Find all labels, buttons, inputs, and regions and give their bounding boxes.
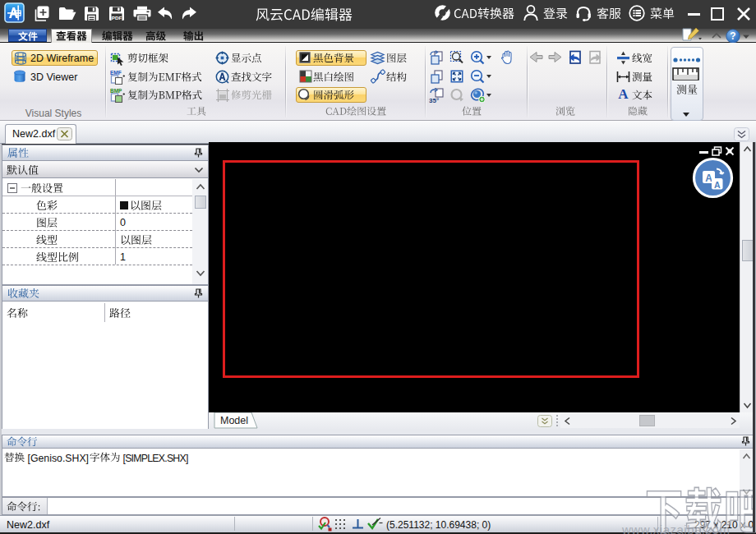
svg-text:A: A bbox=[705, 173, 712, 184]
svg-text:35°: 35° bbox=[429, 97, 439, 104]
svg-text:?: ? bbox=[730, 30, 735, 42]
svg-text:A: A bbox=[714, 180, 721, 190]
svg-text:EMF: EMF bbox=[110, 70, 122, 76]
svg-text:BMP: BMP bbox=[110, 88, 122, 94]
svg-text:PDF: PDF bbox=[112, 15, 122, 21]
